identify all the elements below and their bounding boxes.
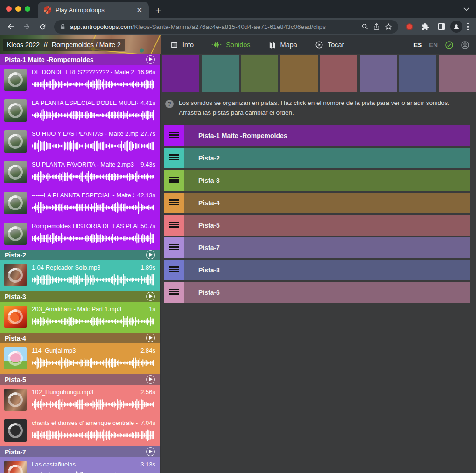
track-drag-handle[interactable] [164, 260, 184, 280]
clip-thumbnail [4, 130, 27, 153]
clip-meta: Rompemoldes HISTORIA DE LAS PLANTAS... 5… [32, 223, 155, 230]
track-row-bar[interactable]: Pista-8 [184, 260, 470, 280]
audio-clip[interactable]: 114_Gunjai.mp3 2.84s [0, 343, 160, 374]
nav-item-sonidos[interactable]: Sonidos [211, 41, 250, 49]
track-header[interactable]: Pista-3 [0, 291, 160, 302]
extensions-button[interactable] [419, 20, 433, 34]
nav-item-info[interactable]: Info [170, 41, 194, 49]
zoom-search-icon[interactable] [361, 23, 369, 30]
back-button[interactable] [4, 20, 18, 34]
track-row-bar[interactable]: Pista-7 [184, 237, 470, 258]
audio-clip[interactable]: chants et danses d' amerique centrale - … [0, 416, 160, 446]
track-row-bar[interactable]: Pista-5 [184, 215, 470, 236]
minimize-window-button[interactable] [15, 6, 21, 12]
audio-clip[interactable]: SU HIJO Y LAS PLANTAS - Maite 2.mp3 27.7… [0, 126, 160, 157]
track-header[interactable]: Pista-4 [0, 333, 160, 343]
clip-title: SU HIJO Y LAS PLANTAS - Maite 2.mp3 [32, 130, 138, 138]
track-row[interactable]: Pista-4 [164, 193, 470, 213]
breadcrumb-session[interactable]: Rompemoldes / Maite 2 [52, 41, 121, 49]
forward-button[interactable] [20, 20, 34, 34]
new-tab-button[interactable]: + [155, 5, 161, 15]
track-name: Pista-2 [5, 251, 26, 259]
track-color-swatch [320, 55, 357, 92]
track-play-button[interactable] [146, 292, 155, 301]
track-play-button[interactable] [146, 375, 155, 384]
track-play-button[interactable] [146, 447, 155, 456]
track-row[interactable]: Pista-6 [164, 282, 470, 303]
track-drag-handle[interactable] [164, 282, 184, 303]
track-header[interactable]: Pista-7 [0, 446, 160, 457]
track-drag-handle[interactable] [164, 215, 184, 236]
track-row-bar[interactable]: Pista-1 Maite -Rompemoldes [184, 125, 470, 146]
track-play-button[interactable] [146, 250, 155, 259]
breadcrumb[interactable]: Kleos 2022 // Rompemoldes / Maite 2 [3, 39, 125, 51]
audio-clip[interactable]: Las castañuelas 3.13s [0, 457, 160, 473]
track-list: Pista-1 Maite -Rompemoldes Pista-2 Pista… [164, 125, 470, 303]
browser-tab[interactable]: Play Antropoloops ✕ [38, 2, 149, 18]
track-header[interactable]: Pista-5 [0, 374, 160, 385]
clip-body: 1-04 Repicador Solo.mp3 1.89s [32, 264, 155, 287]
track-row[interactable]: Pista-8 [164, 260, 470, 280]
audio-clip[interactable]: LA PLANTA ESPECIAL DOBLE MUJER - Mai... … [0, 96, 160, 126]
track-drag-handle[interactable] [164, 237, 184, 258]
account-icon[interactable] [461, 41, 469, 49]
tab-search-chevron-icon[interactable] [463, 5, 469, 11]
reload-button[interactable] [35, 20, 49, 34]
audio-clip[interactable]: SU PLANTA FAVORITA - Maite 2.mp3 9.43s [0, 157, 160, 188]
fullscreen-window-button[interactable] [25, 6, 30, 12]
url-text: app.antropoloops.com/Kleos-Santa-Marina/… [70, 23, 357, 30]
track-play-button[interactable] [146, 55, 155, 64]
track-row-bar[interactable]: Pista-6 [184, 282, 470, 303]
waveform-icon [211, 42, 222, 48]
tab-close-icon[interactable]: ✕ [134, 6, 144, 14]
track-row[interactable]: Pista-7 [164, 237, 470, 258]
track-row-bar[interactable]: Pista-2 [184, 148, 470, 168]
drag-handle-icon [169, 132, 179, 139]
track-drag-handle[interactable] [164, 193, 184, 213]
clip-duration: 7.04s [140, 419, 155, 427]
track-row[interactable]: Pista-3 [164, 170, 470, 191]
track-play-button[interactable] [146, 334, 155, 342]
audio-clip[interactable]: Rompemoldes HISTORIA DE LAS PLANTAS... 5… [0, 219, 160, 250]
audio-clip[interactable]: 1-04 Repicador Solo.mp3 1.89s [0, 260, 160, 291]
address-bar[interactable]: app.antropoloops.com/Kleos-Santa-Marina/… [54, 20, 398, 34]
record-extension-button[interactable] [403, 20, 417, 34]
audio-clip[interactable]: 203_Amalihani - Mali: Part 1.mp3 1s [0, 302, 160, 333]
audio-clip[interactable]: DE DONDE ERES???????? - Maite 2.mp3 16.9… [0, 65, 160, 96]
breadcrumb-project[interactable]: Kleos 2022 [7, 41, 40, 49]
track-row-bar[interactable]: Pista-4 [184, 193, 470, 213]
track-row[interactable]: Pista-1 Maite -Rompemoldes [164, 125, 470, 146]
share-icon[interactable] [373, 23, 380, 30]
question-mark-icon: ? [165, 100, 174, 108]
track-drag-handle[interactable] [164, 125, 184, 146]
bookmark-star-icon[interactable] [385, 23, 392, 31]
track-row[interactable]: Pista-5 [164, 215, 470, 236]
sync-check-icon[interactable] [445, 41, 454, 49]
clip-duration: 50.7s [140, 223, 155, 230]
track-drag-handle[interactable] [164, 170, 184, 191]
url-host: app.antropoloops.com [70, 23, 133, 30]
audio-clip[interactable]: 102_Hunguhungu.mp3 2.56s [0, 385, 160, 416]
record-dot-icon [406, 23, 413, 30]
track-header[interactable]: Pista-1 Maite -Rompemoldes [0, 54, 160, 65]
clip-waveform [32, 470, 155, 473]
browser-tab-strip: Play Antropoloops ✕ + [0, 0, 476, 18]
track-drag-handle[interactable] [164, 148, 184, 168]
clip-body: chants et danses d' amerique centrale - … [32, 419, 155, 442]
close-window-button[interactable] [6, 6, 12, 12]
clip-thumbnail [4, 389, 27, 411]
clip-waveform [32, 356, 155, 370]
track-row[interactable]: Pista-2 [164, 148, 470, 168]
track-header[interactable]: Pista-2 [0, 250, 160, 260]
lang-en-button[interactable]: EN [429, 42, 438, 49]
nav-item-mapa[interactable]: Mapa [268, 41, 297, 49]
lang-es-button[interactable]: ES [413, 42, 422, 49]
clip-waveform [32, 139, 155, 153]
browser-menu-button[interactable] [464, 23, 472, 31]
nav-item-tocar[interactable]: Tocar [315, 41, 344, 49]
browser-profile-avatar[interactable] [450, 21, 462, 33]
track-row-bar[interactable]: Pista-3 [184, 170, 470, 191]
side-panel-button[interactable] [434, 20, 448, 34]
audio-clip[interactable]: ------LA PLANNTA ESPECIAL - Maite 2.mp3 … [0, 188, 160, 219]
clip-duration: 1.89s [140, 264, 155, 271]
